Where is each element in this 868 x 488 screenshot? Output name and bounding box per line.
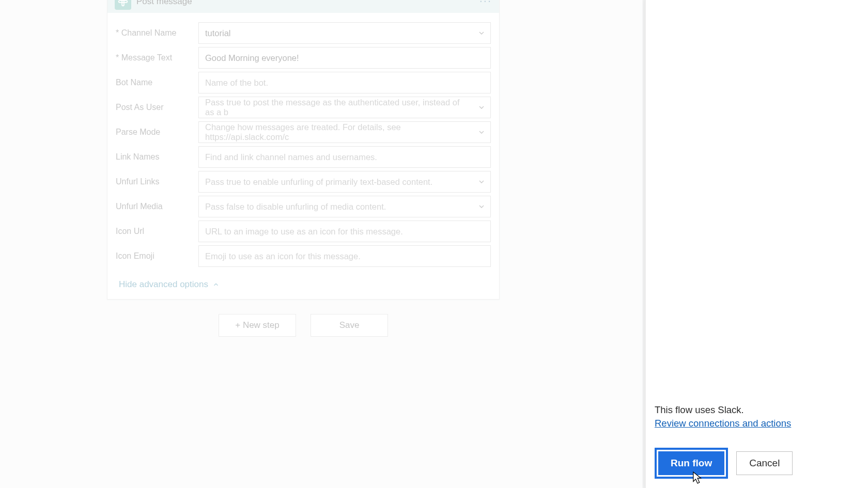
run-flow-panel: This flow uses Slack. Review connections… [645,0,868,488]
button-label: Run flow [671,458,712,468]
cancel-button[interactable]: Cancel [736,451,793,475]
field-label: * Message Text [116,53,198,62]
field-placeholder: Name of the bot. [205,78,268,88]
chevron-down-icon [477,202,486,211]
card-menu-button[interactable]: ··· [479,0,492,7]
field-row-post-as-user: Post As User Pass true to post the messa… [116,97,491,118]
field-row-link-names: Link Names Find and link channel names a… [116,146,491,168]
run-flow-highlight: Run flow [655,448,728,479]
svg-rect-0 [119,1,128,3]
icon-emoji-input[interactable]: Emoji to use as an icon for this message… [198,245,491,267]
slack-icon [115,0,131,10]
field-row-icon-url: Icon Url URL to an image to use as an ic… [116,221,491,242]
card-body: * Channel Name tutorial * Message Text G… [107,13,499,299]
field-placeholder: Pass true to post the message as the aut… [205,98,470,117]
field-row-parse-mode: Parse Mode Change how messages are treat… [116,121,491,143]
card-header[interactable]: Post message ··· [107,0,499,13]
field-value: tutorial [205,28,231,38]
card-title: Post message [136,0,192,7]
bot-name-input[interactable]: Name of the bot. [198,72,491,93]
review-connections-link[interactable]: Review connections and actions [655,418,791,429]
field-row-message-text: * Message Text Good Morning everyone! [116,47,491,69]
field-row-bot-name: Bot Name Name of the bot. [116,72,491,93]
unfurl-links-select[interactable]: Pass true to enable unfurling of primari… [198,171,491,193]
button-label: Save [339,320,360,330]
hide-advanced-options-link[interactable]: Hide advanced options [119,279,220,290]
panel-info-text: This flow uses Slack. [655,404,859,416]
hide-advanced-label: Hide advanced options [119,279,208,290]
chevron-down-icon [477,178,486,186]
field-placeholder: Pass false to disable unfurling of media… [205,202,386,212]
designer-footer: + New step Save [107,314,500,337]
icon-url-input[interactable]: URL to an image to use as an icon for th… [198,221,491,242]
field-placeholder: URL to an image to use as an icon for th… [205,227,403,237]
post-as-user-select[interactable]: Pass true to post the message as the aut… [198,97,491,118]
panel-shadow [643,0,645,488]
unfurl-media-select[interactable]: Pass false to disable unfurling of media… [198,196,491,217]
parse-mode-select[interactable]: Change how messages are treated. For det… [198,121,491,143]
field-value: Good Morning everyone! [205,53,299,63]
chevron-down-icon [477,103,486,112]
field-placeholder: Change how messages are treated. For det… [205,122,470,142]
run-flow-button[interactable]: Run flow [658,451,724,475]
field-placeholder: Find and link channel names and username… [205,152,377,162]
field-row-channel-name: * Channel Name tutorial [116,22,491,44]
field-label: Parse Mode [116,128,198,137]
link-names-input[interactable]: Find and link channel names and username… [198,146,491,168]
field-label: Icon Url [116,227,198,236]
field-row-icon-emoji: Icon Emoji Emoji to use as an icon for t… [116,245,491,267]
button-label: + New step [235,320,280,330]
field-placeholder: Pass true to enable unfurling of primari… [205,177,432,187]
chevron-down-icon [477,128,486,136]
field-label: * Channel Name [116,28,198,38]
new-step-button[interactable]: + New step [219,314,296,337]
field-label: Icon Emoji [116,251,198,261]
channel-name-select[interactable]: tutorial [198,22,491,44]
field-label: Post As User [116,103,198,112]
field-row-unfurl-links: Unfurl Links Pass true to enable unfurli… [116,171,491,193]
field-label: Bot Name [116,78,198,87]
save-button[interactable]: Save [311,314,388,337]
designer-canvas: Post message ··· * Channel Name tutorial… [0,0,645,488]
field-row-unfurl-media: Unfurl Media Pass false to disable unfur… [116,196,491,217]
field-placeholder: Emoji to use as an icon for this message… [205,251,361,261]
button-label: Cancel [749,458,780,468]
message-text-input[interactable]: Good Morning everyone! [198,47,491,69]
action-card-post-message: Post message ··· * Channel Name tutorial… [107,0,500,300]
field-label: Link Names [116,152,198,162]
field-label: Unfurl Media [116,202,198,211]
chevron-up-icon [212,281,220,288]
field-label: Unfurl Links [116,177,198,186]
chevron-down-icon [477,29,486,37]
